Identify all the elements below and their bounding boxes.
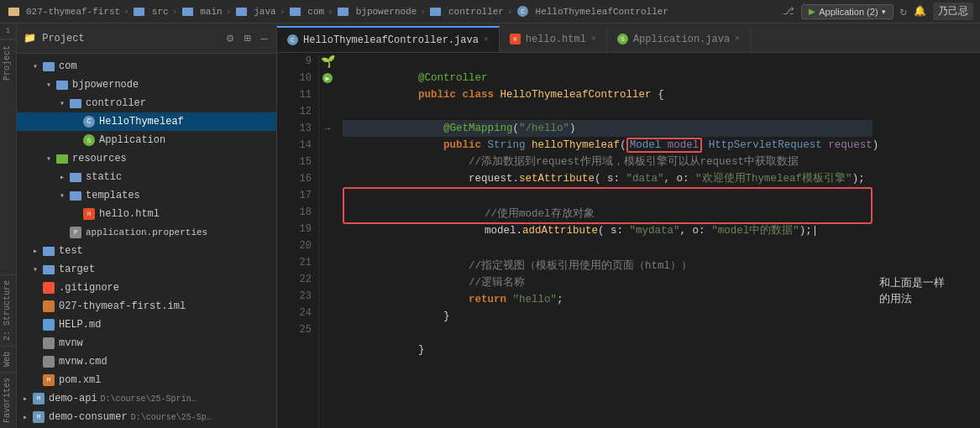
tab-label-ctrl: HelloThymeleafController.java [303,34,479,46]
tree-item-templates[interactable]: templates [17,186,276,205]
sidebar-settings-icon[interactable]: ⚙ [225,29,235,47]
tree-arrow-target [30,264,40,274]
tree-item-gitignore[interactable]: .gitignore [17,279,276,297]
notification-icon: 🔔 [914,5,926,18]
breadcrumb-java[interactable]: java [234,6,275,18]
tree-item-appprops[interactable]: P application.properties [17,223,276,242]
tab-hello-html[interactable]: H hello.html × [500,26,607,52]
breadcrumb-com[interactable]: com [288,6,324,18]
hello-html-file-icon: H [82,208,96,220]
breadcrumb-src[interactable]: src [133,6,169,18]
tabs-bar: C HelloThymeleafController.java × H hell… [277,23,980,53]
line-numbers: 9 10 11 12 13 14 15 16 17 18 19 20 21 22… [277,53,319,428]
tree-item-help[interactable]: HELP.md [17,316,276,334]
tree-label-demo-api: demo-api [49,393,97,405]
tree-arrow-demo-api [20,394,30,404]
gutter-14 [319,137,336,154]
demo-api-icon: M [32,393,45,405]
tab-label-html: hello.html [526,34,586,45]
gutter-16 [319,170,336,187]
tree-item-bjpowernode[interactable]: bjpowernode [17,76,276,94]
right-annotation: 和上面是一样的用法 [879,53,980,428]
hellothymeleaf-file-icon: C [82,116,96,128]
bjpowernode-folder-icon [337,6,350,18]
breadcrumb-bjpowernode[interactable]: bjpowernode [337,6,417,18]
tree-arrow-test [30,246,40,256]
java-folder-icon [234,6,248,18]
tree-item-resources[interactable]: resources [17,149,276,168]
tree-label-mvnw-cmd: mvnw.cmd [59,356,107,368]
breadcrumb-main[interactable]: main [181,6,222,18]
favorites-label[interactable]: Favorites [0,372,16,428]
tree-item-target[interactable]: target [17,260,276,279]
refresh-icon[interactable]: ↻ [900,4,907,18]
sidebar-header: 📁 Project ⚙ ⊞ — [17,23,276,54]
iml-file-icon [42,300,55,312]
tree-label-hellothymeleaf: HelloThymeleaf [99,116,184,128]
tab-close-ctrl[interactable]: × [484,35,489,44]
tree-label-test: test [59,245,83,257]
breadcrumb-root[interactable]: 027-thymeaf-first [7,6,120,18]
run-application-button[interactable]: ▶ Application (2) ▾ [801,4,893,19]
main-folder-icon [181,6,194,18]
src-folder-icon [133,6,146,18]
web-label[interactable]: Web [0,346,16,372]
demo-consumer-path: D:\course\25-Spring [131,413,215,422]
tree-label-target: target [59,264,95,275]
pom-file-icon: M [42,374,55,386]
tree-item-pom[interactable]: M pom.xml [17,371,276,389]
tree-arrow-demo-consumer [20,412,30,422]
gutter-22 [319,271,336,288]
content-area: C HelloThymeleafController.java × H hell… [277,23,980,428]
controller-folder-icon [429,6,443,18]
breadcrumb-class[interactable]: C HelloThymeleafController [516,6,668,18]
run-gutter-icon[interactable]: ▶ [322,73,333,83]
gutter-9: 🌱 [319,53,336,70]
templates-folder-icon [69,190,82,201]
gutter-10[interactable]: ▶ [319,70,336,86]
tab-application-java[interactable]: S Application.java × [607,26,751,52]
project-label[interactable]: Project [0,39,16,86]
tree-item-mvnw[interactable]: mvnw [17,334,276,352]
structure-label[interactable]: 2: Structure [0,274,16,346]
tree-item-demo-api[interactable]: M demo-api D:\course\25-SpringBo [17,389,276,408]
tree-item-application[interactable]: S Application [17,131,276,149]
gutter-12 [319,103,336,120]
folder-icon [7,6,20,18]
tab-close-html[interactable]: × [591,34,596,44]
tab-icon-app: S [617,34,628,44]
code-line-17: //使用model存放对象 [346,189,869,206]
breadcrumb-controller[interactable]: controller [429,6,504,18]
tab-close-app[interactable]: × [735,34,740,44]
gutter-20 [319,237,336,254]
tab-hello-thymeleaf-controller[interactable]: C HelloThymeleafController.java × [277,26,500,52]
code-line-25: } [343,325,873,342]
tree-item-demo-consumer[interactable]: M demo-consumer D:\course\25-Spring [17,408,276,426]
application-file-icon: S [82,134,96,146]
tree-item-com[interactable]: com [17,57,276,76]
gutter-23 [319,288,336,305]
appprops-file-icon: P [69,227,82,238]
tree-label-controller: controller [86,97,146,109]
code-editor[interactable]: 9 10 11 12 13 14 15 16 17 18 19 20 21 22… [277,53,879,428]
tree-label-hello-html: hello.html [99,208,160,220]
tab-icon-html: H [510,34,521,44]
sidebar-close-icon[interactable]: — [259,30,270,47]
tree-item-mvnw-cmd[interactable]: mvnw.cmd [17,352,276,371]
project-panel-tab[interactable]: 1 [0,23,16,39]
tree-item-static[interactable]: static [17,168,276,186]
sidebar-layout-icon[interactable]: ⊞ [242,29,252,47]
code-content[interactable]: @Controller public class HelloThymeleafC… [336,53,879,428]
tree-item-hello-html[interactable]: H hello.html [17,205,276,223]
tree-item-iml[interactable]: 027-thymeaf-first.iml [17,297,276,316]
editor-wrapper: 9 10 11 12 13 14 15 16 17 18 19 20 21 22… [277,53,980,428]
tree-item-hellothymeleaf[interactable]: C HelloThymeleaf [17,112,276,131]
tree-item-controller[interactable]: controller [17,94,276,112]
tree-arrow-controller [57,98,67,108]
tree-label-appprops: application.properties [86,227,207,237]
bjpowernode-folder-tree-icon [55,79,69,91]
sidebar: 📁 Project ⚙ ⊞ — com bjpowernode cont [17,23,277,428]
gutter-15 [319,154,336,170]
help-file-icon [42,319,55,331]
tree-item-test[interactable]: test [17,242,276,260]
